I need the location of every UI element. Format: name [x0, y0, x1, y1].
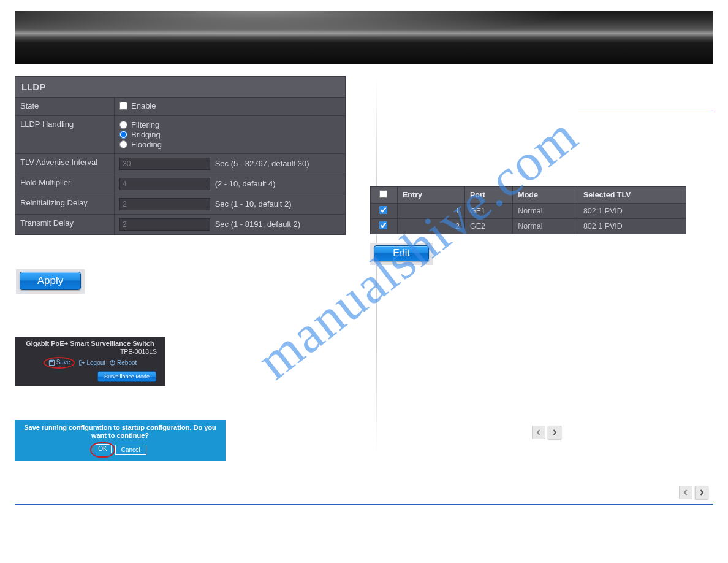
save-icon	[48, 359, 55, 366]
row-checkbox[interactable]	[379, 221, 387, 229]
device-logout-button[interactable]: Logout	[78, 359, 105, 367]
device-reboot-text: Reboot	[117, 359, 137, 367]
mode-header: Mode	[513, 187, 578, 204]
tlv-interval-input[interactable]	[119, 158, 210, 170]
state-enable-option[interactable]: Enable	[119, 101, 156, 110]
confirm-cancel-button[interactable]: Cancel	[115, 445, 146, 455]
row-tlv: 802.1 PVID	[578, 219, 686, 234]
reinit-delay-hint: Sec (1 - 10, default 2)	[215, 199, 292, 209]
hold-multiplier-hint: (2 - 10, default 4)	[215, 179, 276, 188]
device-reboot-button[interactable]: Reboot	[109, 359, 137, 367]
device-title: Gigabit PoE+ Smart Surveillance Switch	[18, 339, 162, 348]
handling-flooding[interactable]: Flooding	[119, 140, 340, 149]
row-port: GE1	[465, 204, 513, 219]
lldp-title: LLDP	[15, 77, 346, 98]
tlv-interval-hint: Sec (5 - 32767, default 30)	[215, 159, 309, 168]
handling-filtering-radio[interactable]	[119, 121, 127, 129]
state-label: State	[15, 98, 115, 116]
svg-rect-1	[50, 360, 53, 362]
edit-button[interactable]: Edit	[374, 245, 429, 261]
device-logout-text: Logout	[86, 359, 105, 367]
transmit-delay-hint: Sec (1 - 8191, default 2)	[215, 220, 300, 229]
tlv-interval-label: TLV Advertise Interval	[15, 154, 115, 174]
transmit-delay-label: Transmit Delay	[15, 215, 115, 235]
save-confirm-dialog: Save running configuration to startup co…	[15, 420, 226, 461]
row-tlv: 802.1 PVID	[578, 204, 686, 219]
row-port: GE2	[465, 219, 513, 234]
device-info-box: Gigabit PoE+ Smart Surveillance Switch T…	[15, 337, 165, 386]
row-mode: Normal	[513, 204, 578, 219]
handling-label: LLDP Handling	[15, 116, 115, 154]
select-all-header	[371, 187, 398, 204]
pager-next-button[interactable]	[695, 486, 708, 499]
tlv-header: Selected TLV	[578, 187, 686, 204]
handling-bridging-radio[interactable]	[119, 131, 127, 139]
handling-bridging-text: Bridging	[131, 130, 161, 139]
handling-flooding-radio[interactable]	[119, 140, 127, 148]
confirm-text: Save running configuration to startup co…	[20, 424, 221, 440]
reinit-delay-input[interactable]	[119, 198, 210, 210]
row-checkbox[interactable]	[379, 206, 387, 214]
handling-filtering[interactable]: Filtering	[119, 120, 340, 129]
pager-prev-button[interactable]	[679, 486, 692, 499]
pager-prev-button[interactable]	[532, 426, 545, 439]
table-row: 2 GE2 Normal 802.1 PVID	[371, 219, 686, 234]
select-all-checkbox[interactable]	[379, 190, 387, 198]
save-highlight-oval: Save	[44, 357, 75, 369]
handling-bridging[interactable]: Bridging	[119, 130, 340, 139]
device-model: TPE-3018LS	[18, 347, 162, 356]
state-enable-text: Enable	[131, 101, 156, 110]
state-enable-checkbox[interactable]	[119, 102, 127, 110]
pager-lower	[679, 486, 708, 499]
confirm-ok-button[interactable]: OK	[94, 444, 111, 453]
logout-icon	[78, 359, 85, 366]
pager-next-button[interactable]	[548, 426, 561, 439]
reinit-delay-label: Reinitializing Delay	[15, 194, 115, 215]
hold-multiplier-input[interactable]	[119, 178, 210, 190]
device-save-button[interactable]: Save	[48, 358, 70, 367]
apply-button[interactable]: Apply	[20, 272, 81, 290]
hold-multiplier-label: Hold Multiplier	[15, 174, 115, 194]
section-underline	[578, 112, 713, 112]
device-save-text: Save	[56, 358, 70, 367]
reboot-icon	[109, 359, 116, 366]
transmit-delay-input[interactable]	[119, 218, 210, 231]
top-banner	[15, 11, 713, 64]
surveillance-mode-button[interactable]: Surveillance Mode	[97, 371, 156, 382]
port-settings-table: Entry Port Mode Selected TLV 1 GE1 Norma…	[370, 186, 686, 234]
pager-upper	[532, 426, 561, 439]
handling-flooding-text: Flooding	[131, 140, 162, 149]
entry-header: Entry	[398, 187, 465, 204]
confirm-ok-wrap: OK	[94, 445, 111, 455]
bottom-divider	[15, 504, 713, 505]
row-mode: Normal	[513, 219, 578, 234]
handling-filtering-text: Filtering	[131, 120, 159, 129]
lldp-settings-table: LLDP State Enable LLDP Handling	[15, 76, 346, 235]
table-row: 1 GE1 Normal 802.1 PVID	[371, 204, 686, 219]
port-header: Port	[465, 187, 513, 204]
row-entry: 2	[398, 219, 465, 234]
row-entry: 1	[398, 204, 465, 219]
